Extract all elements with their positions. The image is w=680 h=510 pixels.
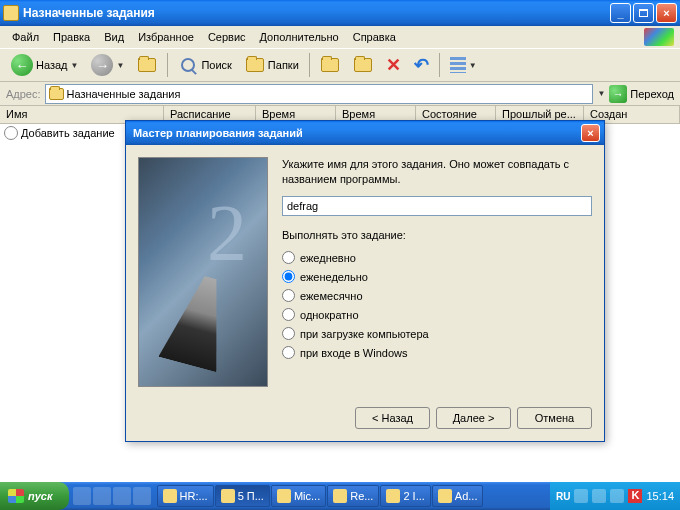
next-button[interactable]: Далее >: [436, 407, 511, 429]
forward-arrow-icon: →: [91, 54, 113, 76]
undo-icon: ↶: [414, 54, 429, 76]
wizard-dialog: Мастер планирования заданий × 2 Укажите …: [125, 120, 605, 442]
address-label: Адрес:: [6, 88, 41, 100]
separator: [439, 53, 440, 77]
radio-logon[interactable]: при входе в Windows: [282, 346, 592, 359]
window-titlebar: Назначенные задания _ ×: [0, 0, 680, 26]
tray-icon[interactable]: [610, 489, 624, 503]
copy-button[interactable]: [348, 52, 378, 78]
start-button[interactable]: пуск: [0, 482, 69, 510]
ql-item[interactable]: [73, 487, 91, 505]
close-button[interactable]: ×: [656, 3, 677, 23]
go-button[interactable]: → Переход: [609, 85, 674, 103]
go-label: Переход: [630, 88, 674, 100]
taskbar: пуск HR:... 5 П... Mic... Re... 2 I... A…: [0, 482, 680, 510]
system-tray: RU K 15:14: [550, 482, 680, 510]
radio-startup[interactable]: при загрузке компьютера: [282, 327, 592, 340]
quick-launch: [69, 487, 155, 505]
task-name-input[interactable]: [282, 196, 592, 216]
maximize-button[interactable]: [633, 3, 654, 23]
folder-icon: [49, 88, 64, 100]
menu-help[interactable]: Справка: [347, 29, 402, 45]
address-input[interactable]: Назначенные задания: [45, 84, 594, 104]
radio-daily[interactable]: ежедневно: [282, 251, 592, 264]
start-label: пуск: [28, 490, 53, 502]
radio-once[interactable]: однократно: [282, 308, 592, 321]
search-button[interactable]: Поиск: [173, 52, 236, 78]
search-icon: [178, 55, 198, 75]
folder-icon: [245, 55, 265, 75]
separator: [309, 53, 310, 77]
windows-logo: [644, 28, 674, 46]
toolbar: ← Назад ▼ → ▼ Поиск Папки ✕ ↶ ▼: [0, 48, 680, 82]
delete-button[interactable]: ✕: [381, 51, 406, 79]
address-bar: Адрес: Назначенные задания ▼ → Переход: [0, 82, 680, 106]
dialog-title: Мастер планирования заданий: [130, 127, 581, 139]
forward-button[interactable]: → ▼: [86, 51, 129, 79]
task-buttons: HR:... 5 П... Mic... Re... 2 I... Ad...: [155, 485, 550, 507]
add-task-label: Добавить задание: [21, 127, 115, 139]
menu-tools[interactable]: Сервис: [202, 29, 252, 45]
ql-item[interactable]: [113, 487, 131, 505]
separator: [167, 53, 168, 77]
undo-button[interactable]: ↶: [409, 51, 434, 79]
tray-icon-k[interactable]: K: [628, 489, 642, 503]
task-item[interactable]: Ad...: [432, 485, 484, 507]
task-item[interactable]: HR:...: [157, 485, 214, 507]
x-icon: ✕: [386, 54, 401, 76]
menu-favorites[interactable]: Избранное: [132, 29, 200, 45]
up-button[interactable]: [132, 52, 162, 78]
clock[interactable]: 15:14: [646, 490, 674, 502]
tray-icon[interactable]: [592, 489, 606, 503]
views-icon: [450, 57, 466, 73]
menu-file[interactable]: Файл: [6, 29, 45, 45]
clock-icon: [4, 126, 18, 140]
app-icon: [3, 5, 19, 21]
menu-edit[interactable]: Правка: [47, 29, 96, 45]
chevron-down-icon: ▼: [116, 61, 124, 70]
menu-bar: Файл Правка Вид Избранное Сервис Дополни…: [0, 26, 680, 48]
go-arrow-icon: →: [609, 85, 627, 103]
task-item[interactable]: Re...: [327, 485, 379, 507]
tray-icon[interactable]: [574, 489, 588, 503]
cancel-button[interactable]: Отмена: [517, 407, 592, 429]
task-item[interactable]: 5 П...: [215, 485, 270, 507]
schedule-label: Выполнять это задание:: [282, 228, 592, 243]
windows-logo-icon: [8, 489, 24, 503]
dialog-close-button[interactable]: ×: [581, 124, 600, 142]
task-item[interactable]: Mic...: [271, 485, 326, 507]
back-button[interactable]: < Назад: [355, 407, 430, 429]
folders-button[interactable]: Папки: [240, 52, 304, 78]
schedule-options: ежедневно еженедельно ежемесячно однокра…: [282, 251, 592, 359]
ql-item[interactable]: [133, 487, 151, 505]
menu-view[interactable]: Вид: [98, 29, 130, 45]
menu-additional[interactable]: Дополнительно: [254, 29, 345, 45]
task-item[interactable]: 2 I...: [380, 485, 430, 507]
address-value: Назначенные задания: [67, 88, 181, 100]
back-button[interactable]: ← Назад ▼: [6, 51, 83, 79]
move-button[interactable]: [315, 52, 345, 78]
views-button[interactable]: ▼: [445, 54, 482, 76]
wizard-prompt: Укажите имя для этого задания. Оно может…: [282, 157, 592, 188]
back-arrow-icon: ←: [11, 54, 33, 76]
chevron-down-icon[interactable]: ▼: [597, 89, 605, 98]
folders-label: Папки: [268, 59, 299, 71]
minimize-button[interactable]: _: [610, 3, 631, 23]
back-label: Назад: [36, 59, 68, 71]
ql-item[interactable]: [93, 487, 111, 505]
window-title: Назначенные задания: [23, 6, 610, 20]
language-indicator[interactable]: RU: [556, 491, 570, 502]
chevron-down-icon: ▼: [71, 61, 79, 70]
radio-monthly[interactable]: ежемесячно: [282, 289, 592, 302]
dialog-titlebar: Мастер планирования заданий ×: [126, 121, 604, 145]
wizard-image: 2: [138, 157, 268, 387]
search-label: Поиск: [201, 59, 231, 71]
radio-weekly[interactable]: еженедельно: [282, 270, 592, 283]
